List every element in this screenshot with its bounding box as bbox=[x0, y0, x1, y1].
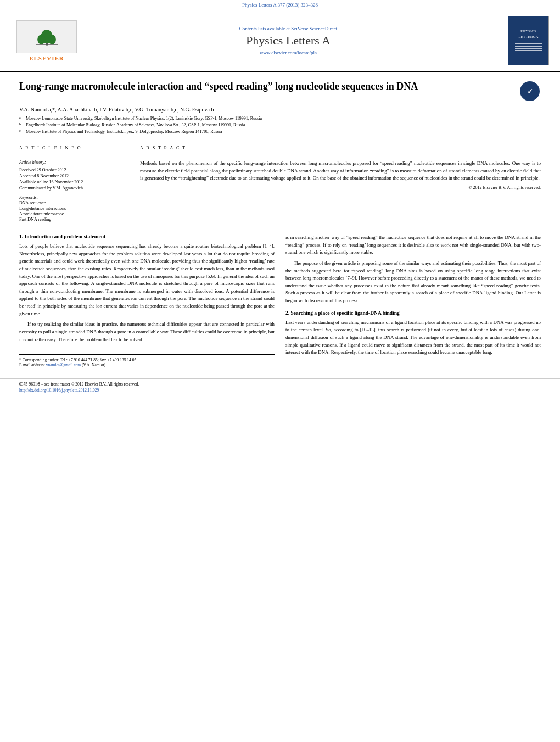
footer-doi[interactable]: http://dx.doi.org/10.1016/j.physleta.201… bbox=[19, 388, 541, 393]
journal-title: Physics Letters A bbox=[82, 34, 494, 48]
abstract-header: A B S T R A C T bbox=[140, 146, 541, 150]
section1-title: 1. Introduction and problem statement bbox=[19, 234, 275, 239]
elsevier-tree-icon bbox=[32, 26, 62, 48]
keyword-1: DNA sequence bbox=[19, 200, 129, 205]
svg-point-3 bbox=[48, 35, 55, 44]
footer-bar: 0375-9601/$ – see front matter © 2012 El… bbox=[0, 378, 560, 395]
footer-issn: 0375-9601/$ – see front matter © 2012 El… bbox=[19, 382, 541, 387]
top-bar: Physics Letters A 377 (2013) 323–328 bbox=[0, 0, 560, 10]
keyword-4: Fast DNA reading bbox=[19, 217, 129, 222]
header-right: PHYSICSLETTERS A bbox=[494, 16, 549, 65]
section1-right-para-2: The purpose of the given article is prop… bbox=[285, 260, 541, 305]
body-right: is in searching another way of “speed re… bbox=[285, 234, 541, 367]
section1-right-text: is in searching another way of “speed re… bbox=[285, 234, 541, 305]
abstract-copyright: © 2012 Elsevier B.V. All rights reserved… bbox=[140, 185, 541, 190]
footnote-email-link[interactable]: vnamiot@gmail.com bbox=[46, 362, 81, 367]
keywords-section: Keywords: DNA sequence Long-distance int… bbox=[19, 195, 129, 222]
affiliations: a Moscow Lomonosov State University, Sko… bbox=[19, 115, 541, 135]
section1-para-2: If to try realizing the similar ideas in… bbox=[19, 321, 275, 343]
divider-1 bbox=[19, 141, 541, 141]
section2-text: Last years understanding of searching me… bbox=[285, 319, 541, 356]
available-date: Available online 16 November 2012 bbox=[19, 180, 129, 185]
divider-4 bbox=[19, 228, 541, 228]
communicated-by: Communicated by V.M. Agranovich bbox=[19, 186, 129, 191]
elsevier-logo-box bbox=[16, 20, 77, 53]
svg-text:✓: ✓ bbox=[527, 87, 533, 96]
header-center: Contents lists available at SciVerse Sci… bbox=[82, 26, 494, 55]
elsevier-logo: ELSEVIER bbox=[11, 20, 82, 62]
affiliation-c: c Moscow Institute of Physics and Techno… bbox=[19, 129, 541, 135]
divider-2 bbox=[19, 155, 129, 155]
journal-header: ELSEVIER Contents lists available at Sci… bbox=[0, 10, 560, 72]
main-body: 1. Introduction and problem statement Lo… bbox=[19, 234, 541, 367]
section1-para-1: Lots of people believe that nucleotide s… bbox=[19, 243, 275, 317]
journal-cover-lines bbox=[515, 42, 542, 52]
svg-point-2 bbox=[37, 35, 45, 44]
accepted-date: Accepted 8 November 2012 bbox=[19, 174, 129, 178]
article-history-title: Article history: bbox=[19, 160, 129, 165]
article-info-section: Article history: Received 29 October 201… bbox=[19, 160, 129, 191]
crossmark-icon: ✓ bbox=[520, 81, 540, 101]
section2-para-1: Last years understanding of searching me… bbox=[285, 319, 541, 356]
affiliation-b: b Engelhardt Institute of Molecular Biol… bbox=[19, 122, 541, 129]
crossmark-badge: ✓ bbox=[519, 80, 541, 102]
keyword-2: Long-distance interactions bbox=[19, 206, 129, 211]
article-title: Long-range macromolecule interaction and… bbox=[19, 80, 511, 93]
divider-3 bbox=[140, 155, 541, 155]
article-info-col: A R T I C L E I N F O Article history: R… bbox=[19, 146, 129, 222]
journal-url[interactable]: www.elsevier.com/locate/pla bbox=[82, 50, 494, 55]
footnote-star: * Corresponding author. Tel.: +7 910 444… bbox=[19, 358, 275, 362]
section1-right-para-1: is in searching another way of “speed re… bbox=[285, 234, 541, 256]
footnote-email: E-mail address: vnamiot@gmail.com (V.A. … bbox=[19, 362, 275, 367]
received-date: Received 29 October 2012 bbox=[19, 168, 129, 172]
section1-text: Lots of people believe that nucleotide s… bbox=[19, 243, 275, 343]
authors: V.A. Namiot a,*, A.A. Anashkina b, I.V. … bbox=[19, 107, 541, 113]
sciverse-link: Contents lists available at SciVerse Sci… bbox=[82, 26, 494, 31]
journal-citation: Physics Letters A 377 (2013) 323–328 bbox=[242, 2, 318, 8]
journal-cover-label: PHYSICSLETTERS A bbox=[518, 29, 538, 39]
abstract-col: A B S T R A C T Methods based on the phe… bbox=[140, 146, 541, 222]
affiliation-a: a Moscow Lomonosov State University, Sko… bbox=[19, 115, 541, 122]
keyword-3: Atomic force microscope bbox=[19, 211, 129, 216]
elsevier-text: ELSEVIER bbox=[29, 55, 64, 62]
article-title-section: Long-range macromolecule interaction and… bbox=[19, 80, 541, 102]
keywords-title: Keywords: bbox=[19, 195, 129, 200]
section2-title: 2. Searching a place of specific ligand-… bbox=[285, 310, 541, 316]
footnotes: * Corresponding author. Tel.: +7 910 444… bbox=[19, 354, 275, 367]
article-content: Long-range macromolecule interaction and… bbox=[0, 72, 560, 378]
journal-cover: PHYSICSLETTERS A bbox=[508, 16, 549, 65]
article-info-header: A R T I C L E I N F O bbox=[19, 146, 129, 150]
info-abstract-section: A R T I C L E I N F O Article history: R… bbox=[19, 146, 541, 222]
body-left: 1. Introduction and problem statement Lo… bbox=[19, 234, 275, 367]
abstract-text: Methods based on the phenomenon of the s… bbox=[140, 160, 541, 182]
